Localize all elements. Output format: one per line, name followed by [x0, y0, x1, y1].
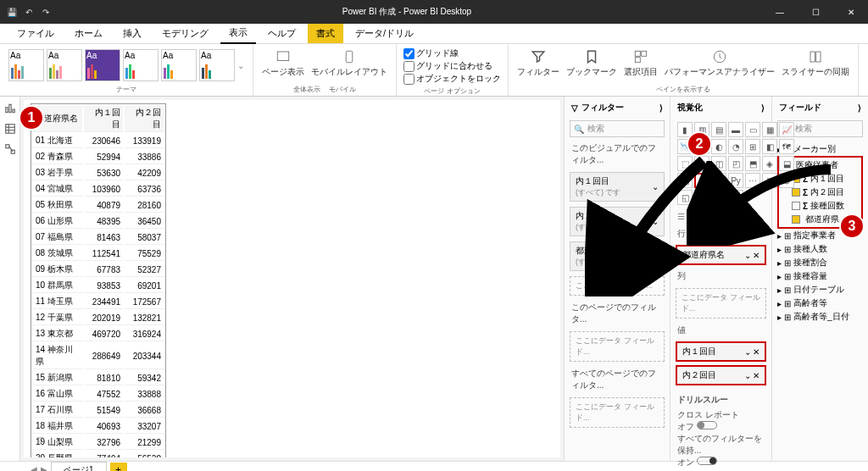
menu-file[interactable]: ファイル — [8, 24, 63, 43]
menu-help[interactable]: ヘルプ — [259, 24, 304, 43]
data-view-icon[interactable] — [3, 122, 17, 136]
undo-icon[interactable]: ↶ — [24, 6, 34, 18]
filter-search[interactable]: 🔍検索 — [570, 120, 665, 137]
menu-data[interactable]: データ/ドリル — [347, 24, 422, 43]
collapse-fields-icon[interactable]: ⟩ — [858, 103, 861, 113]
mobile-layout-button[interactable]: モバイルレイアウト — [308, 46, 391, 81]
redo-icon[interactable]: ↷ — [41, 6, 51, 18]
fields-title: フィールド — [779, 102, 821, 114]
filter-icon[interactable]: ▽ — [37, 435, 44, 445]
callout-1: 1 — [19, 105, 44, 130]
table-row[interactable]: 11 埼玉県234491172567 — [33, 295, 164, 309]
performance-button[interactable]: パフォーマンスアナライザー — [661, 46, 778, 81]
data-table[interactable]: 都道府県名内１回目内２回目 01 北海道23064613391902 青森県52… — [31, 103, 166, 457]
svg-rect-1 — [346, 51, 353, 63]
svg-rect-8 — [5, 108, 7, 113]
table-row[interactable]: 13 東京都469720316924 — [33, 327, 164, 341]
legend-well[interactable]: ここにデータ フィールド... — [676, 288, 766, 319]
callout-3: 3 — [839, 213, 865, 239]
window-title: Power BI 作成 - Power BI Desktop — [51, 6, 763, 18]
table-row[interactable]: 09 栃木県6778352327 — [33, 263, 164, 277]
table-row[interactable]: 04 宮城県10396063736 — [33, 182, 164, 197]
minimize-button[interactable]: — — [763, 0, 797, 24]
collapse-viz-icon[interactable]: ⟩ — [761, 103, 765, 113]
field-c3[interactable]: Σ接種回数 — [780, 199, 860, 213]
table-row[interactable]: 07 福島県8146358037 — [33, 230, 164, 245]
save-icon[interactable]: 💾 — [7, 6, 17, 18]
filter-field-1[interactable]: 内１回目(すべて) です⌄ — [570, 172, 665, 202]
fields-tab-icon[interactable]: ☰ — [677, 212, 685, 221]
table-row[interactable]: 05 秋田県4087928160 — [33, 198, 164, 213]
report-view-icon[interactable] — [3, 102, 17, 115]
menu-format[interactable]: 書式 — [308, 24, 343, 43]
add-page-button[interactable]: + — [110, 463, 127, 472]
table-elderly[interactable]: ▸⊞高齢者等 — [777, 296, 863, 310]
page-view-button[interactable]: ページ表示 — [259, 46, 308, 81]
maximize-button[interactable]: ☐ — [798, 0, 832, 24]
value-well-1[interactable]: 内１回目⌄✕ — [676, 341, 766, 362]
close-button[interactable]: ✕ — [834, 0, 868, 24]
table-row[interactable]: 02 青森県5299433886 — [33, 150, 164, 164]
filter-pane-button[interactable]: フィルター — [514, 46, 563, 81]
visual-filters-header: このビジュアルでのフィルタ... — [565, 139, 670, 169]
table-row[interactable]: 14 神奈川県288649203344 — [33, 343, 164, 369]
table-visual-icon[interactable]: ▦ — [694, 173, 709, 188]
table-date[interactable]: ▸⊞日付テーブル — [777, 283, 863, 296]
snap-check[interactable]: グリッドに合わせる — [403, 60, 501, 72]
table-row[interactable]: 10 群馬県9385369201 — [33, 279, 164, 293]
svg-rect-0 — [277, 52, 289, 61]
viz-title: 視覚化 — [677, 102, 703, 114]
table-row[interactable]: 12 千葉県202019132821 — [33, 311, 164, 325]
format-tab-icon[interactable]: ✎ — [688, 212, 695, 221]
svg-rect-9 — [8, 104, 10, 112]
add-allpage-filter[interactable]: ここにデータ フィールド... — [570, 397, 665, 428]
gridlines-check[interactable]: グリッド線 — [403, 47, 501, 59]
next-page-icon[interactable]: ▶ — [41, 465, 47, 471]
sync-slicer-button[interactable]: スライサーの同期 — [778, 46, 853, 81]
filter-field-2[interactable]: 内２回目(すべて) です⌄ — [570, 207, 665, 236]
svg-rect-4 — [635, 58, 640, 63]
table-vol[interactable]: ▸⊞接種容量 — [777, 269, 863, 283]
svg-rect-3 — [642, 51, 647, 56]
analytics-tab-icon[interactable]: 🔍 — [698, 212, 709, 221]
svg-rect-6 — [810, 52, 815, 62]
cross-report-toggle[interactable] — [697, 421, 717, 429]
page-tab[interactable]: ページ1 — [51, 462, 107, 472]
table-pop[interactable]: ▸⊞接種人数 — [777, 242, 863, 256]
table-row[interactable]: 20 長野県7749456520 — [33, 452, 164, 457]
table-row[interactable]: 17 石川県5154936668 — [33, 403, 164, 418]
sort-icon[interactable]: ↕ — [49, 435, 53, 445]
svg-rect-7 — [816, 52, 821, 62]
table-rate[interactable]: ▸⊞接種割合 — [777, 256, 863, 269]
filter-field-3[interactable]: 都道府県名(すべて) です⌄ — [570, 241, 665, 271]
table-row[interactable]: 03 岩手県5363042209 — [33, 166, 164, 180]
expand-icon[interactable]: ⟩ — [659, 103, 663, 113]
table-elderly-date[interactable]: ▸⊞高齢者等_日付 — [777, 310, 863, 324]
ribbon-themes-label: テーマ — [116, 85, 136, 94]
value-well-2[interactable]: 内２回目⌄✕ — [676, 365, 766, 385]
bookmark-pane-button[interactable]: ブックマーク — [563, 46, 620, 81]
axis-well[interactable]: 都道府県名⌄✕ — [676, 245, 766, 265]
menu-view[interactable]: 表示 — [220, 23, 256, 44]
callout-2: 2 — [687, 131, 712, 157]
menu-home[interactable]: ホーム — [66, 24, 111, 43]
add-page-filter[interactable]: ここにデータ フィールド... — [570, 331, 665, 362]
selection-pane-button[interactable]: 選択項目 — [620, 46, 661, 81]
add-filter-field[interactable]: ここにデータ フィー... — [570, 276, 665, 296]
model-view-icon[interactable] — [3, 142, 17, 156]
table-row[interactable]: 18 福井県4069333207 — [33, 419, 164, 434]
table-row[interactable]: 01 北海道230646133919 — [33, 134, 164, 148]
svg-rect-11 — [5, 125, 14, 134]
table-row[interactable]: 16 富山県4755233888 — [33, 387, 164, 402]
menu-insert[interactable]: 挿入 — [114, 24, 150, 43]
theme-gallery[interactable]: Aa Aa Aa Aa Aa Aa ⌄ — [5, 46, 248, 85]
lock-check[interactable]: オブジェクトをロック — [403, 73, 501, 85]
keep-filters-toggle[interactable] — [697, 457, 717, 465]
table-row[interactable]: 15 新潟県8181059342 — [33, 371, 164, 385]
table-row[interactable]: 08 茨城県11254175529 — [33, 247, 164, 261]
visualization-picker[interactable]: ▮▥▤▬▭▦📈 📉▲◐◔⊞◧🗺 ⬚⊡◫◰⬒◈⬓ ▣▦RPy⋯◳⊕ ◱⬕⊗⋯ — [670, 119, 771, 208]
prev-page-icon[interactable]: ◀ — [31, 465, 37, 471]
table-row[interactable]: 06 山形県4839536450 — [33, 214, 164, 229]
page-filters-header: このページでのフィルタ... — [565, 298, 670, 329]
menu-modeling[interactable]: モデリング — [153, 24, 217, 43]
